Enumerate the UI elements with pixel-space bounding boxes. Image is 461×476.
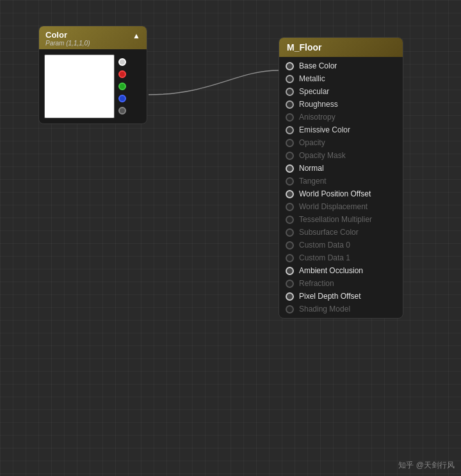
pin-world-position-offset[interactable]: World Position Offset [279,187,403,200]
pin-opacity-mask[interactable]: Opacity Mask [279,149,403,162]
pin-row-rgba[interactable] [118,58,126,66]
pin-tangent[interactable]: Tangent [279,175,403,187]
pin-specular-icon [286,88,294,96]
pin-pixel-depth-offset[interactable]: Pixel Depth Offset [279,290,403,303]
pin-ambient-occlusion[interactable]: Ambient Occlusion [279,264,403,277]
pin-world-displacement-icon [286,203,294,211]
pin-shading-model[interactable]: Shading Model [279,303,403,315]
pin-shading-model-icon [286,305,294,313]
pin-white-icon [118,58,126,66]
pin-metallic-icon [286,75,294,83]
watermark: 知乎 @天剑行风 [398,460,455,471]
pin-anisotropy-label: Anisotropy [299,113,336,122]
color-preview [44,54,115,118]
pin-custom-data-0[interactable]: Custom Data 0 [279,239,403,251]
pin-anisotropy[interactable]: Anisotropy [279,111,403,123]
pin-custom-data-1-icon [286,254,294,262]
mfloor-pins: Base Color Metallic Specular Roughness A… [279,57,403,318]
collapse-arrow-icon[interactable]: ▲ [133,31,140,40]
pin-emissive-color-label: Emissive Color [299,125,350,134]
pin-anisotropy-icon [286,113,294,122]
color-node-subtitle: Param (1,1,1,0) [45,40,90,47]
pin-base-color-label: Base Color [299,61,337,70]
pin-subsurface-color[interactable]: Subsurface Color [279,226,403,239]
pin-tessellation-label: Tessellation Multiplier [299,215,372,224]
color-node[interactable]: Color Param (1,1,1,0) ▲ [38,26,147,124]
pin-custom-data-0-icon [286,241,294,250]
pin-normal-icon [286,164,294,173]
pin-opacity-mask-icon [286,152,294,160]
pin-pixel-depth-offset-icon [286,292,294,301]
pin-base-color-icon [286,62,294,70]
pin-row-a[interactable] [118,107,126,115]
pin-opacity-label: Opacity [299,138,325,147]
color-pins [118,54,126,118]
pin-roughness-label: Roughness [299,100,338,109]
pin-row-g[interactable] [118,83,126,90]
mfloor-title: M_Floor [287,42,395,52]
pin-custom-data-0-label: Custom Data 0 [299,241,350,250]
mfloor-node[interactable]: M_Floor Base Color Metallic Specular Rou… [279,37,403,319]
pin-refraction[interactable]: Refraction [279,277,403,290]
pin-tangent-label: Tangent [299,177,327,186]
mfloor-header: M_Floor [279,38,403,57]
pin-shading-model-label: Shading Model [299,305,350,313]
pin-normal-label: Normal [299,164,324,173]
pin-blue-icon [118,95,126,102]
pin-refraction-label: Refraction [299,279,334,288]
pin-normal[interactable]: Normal [279,162,403,175]
pin-tessellation[interactable]: Tessellation Multiplier [279,213,403,226]
pin-roughness[interactable]: Roughness [279,98,403,111]
pin-world-position-offset-label: World Position Offset [299,189,371,198]
pin-tangent-icon [286,177,294,186]
pin-pixel-depth-offset-label: Pixel Depth Offset [299,292,361,301]
color-node-header: Color Param (1,1,1,0) ▲ [39,26,147,49]
pin-row-r[interactable] [118,70,126,78]
pin-specular-label: Specular [299,87,329,96]
pin-world-displacement[interactable]: World Displacement [279,200,403,213]
pin-row-b[interactable] [118,95,126,102]
pin-opacity-mask-label: Opacity Mask [299,151,346,160]
pin-metallic[interactable]: Metallic [279,72,403,85]
pin-green-icon [118,83,126,90]
pin-emissive-color-icon [286,126,294,134]
color-node-body [39,49,147,123]
pin-red-icon [118,70,126,78]
pin-specular[interactable]: Specular [279,85,403,98]
pin-world-position-offset-icon [286,190,294,198]
pin-opacity[interactable]: Opacity [279,136,403,149]
pin-refraction-icon [286,280,294,288]
pin-metallic-label: Metallic [299,74,325,83]
color-node-title: Color [45,30,90,40]
pin-tessellation-icon [286,216,294,224]
pin-base-color[interactable]: Base Color [279,60,403,72]
pin-emissive-color[interactable]: Emissive Color [279,123,403,136]
pin-subsurface-color-label: Subsurface Color [299,228,359,237]
pin-world-displacement-label: World Displacement [299,202,368,211]
pin-custom-data-1[interactable]: Custom Data 1 [279,251,403,264]
pin-subsurface-color-icon [286,228,294,237]
pin-roughness-icon [286,100,294,109]
pin-custom-data-1-label: Custom Data 1 [299,253,350,262]
pin-ambient-occlusion-icon [286,267,294,275]
pin-opacity-icon [286,139,294,147]
pin-gray-icon [118,107,126,115]
pin-ambient-occlusion-label: Ambient Occlusion [299,266,363,275]
